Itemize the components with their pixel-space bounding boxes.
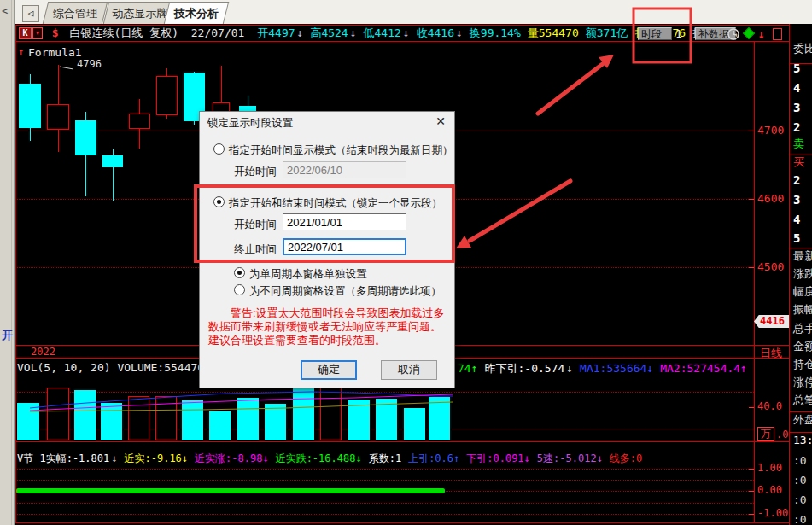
start-time-input-disabled <box>283 161 406 178</box>
right-panel-row: 2 <box>793 173 800 187</box>
right-panel-row: :0 <box>793 474 810 487</box>
right-panel-divider <box>790 432 812 433</box>
right-panel-row: 最新 <box>793 248 812 264</box>
close-icon[interactable]: ✕ <box>433 114 448 128</box>
cancel-button[interactable]: 取消 <box>381 360 437 380</box>
right-panel-divider <box>790 155 812 155</box>
axis-tick <box>749 491 754 492</box>
right-panel-row: 3 <box>793 193 800 207</box>
right-panel-row: 4 <box>793 213 800 226</box>
price-tick-label: 4500 <box>757 260 784 273</box>
start-time2-label: 开始时间 <box>234 218 277 232</box>
axis-tick <box>749 469 754 470</box>
indicator-tick-label: 1.00 <box>757 462 782 474</box>
ok-button[interactable]: 确定 <box>301 360 357 380</box>
right-panel-divider <box>790 63 812 64</box>
warning-text: 警告:设置太大范围时段会导致图表加载过多数据而带来刷新缓慢或者无法响应等严重问题… <box>208 306 450 347</box>
right-panel-row: 卖 <box>793 137 804 152</box>
right-panel-divider <box>790 411 812 412</box>
scope2-radio[interactable] <box>234 284 245 295</box>
last-price-tag: 4416 <box>754 315 789 328</box>
right-panel-divider <box>790 248 812 248</box>
price-tick-label: 4700 <box>757 124 784 137</box>
indicator-tick-label: 0.00 <box>757 484 782 496</box>
right-panel-row: :0 <box>793 493 810 506</box>
end-time-label: 终止时间 <box>234 242 277 257</box>
right-panel-row: 总笔 <box>793 393 812 408</box>
mode1-label: 指定开始时间显示模式（结束时段为最新日期） <box>229 143 453 158</box>
right-panel-row: 委比 <box>793 41 812 56</box>
right-panel-row: 2 <box>793 120 800 134</box>
axis-tick <box>749 407 754 408</box>
price-tick-label: 4600 <box>757 192 784 205</box>
right-panel-row: 13:3 <box>793 434 812 446</box>
right-panel-row: :0 <box>793 513 810 525</box>
right-panel-row: 幅度 <box>793 284 812 300</box>
scope1-radio[interactable] <box>234 267 245 278</box>
indicator-tick-label: -1.00 <box>757 507 788 519</box>
right-panel-row: 3 <box>793 101 800 114</box>
start-time-label: 开始时间 <box>234 165 277 179</box>
right-panel: 委比5432卖买2345最新涨跌幅度振幅总手金额持仓涨停总笔外盘13:3:0:0… <box>790 24 812 525</box>
mode2-label: 指定开始和结束时间模式（锁定一个显示段） <box>229 196 442 211</box>
mode2-radio[interactable] <box>213 196 225 207</box>
lock-display-period-dialog: 锁定显示时段设置 ✕ 指定开始时间显示模式（结束时段为最新日期） 开始时间 指定… <box>199 111 455 388</box>
start-time-input[interactable] <box>283 213 406 230</box>
right-panel-row: 涨跌 <box>793 266 812 282</box>
right-panel-row: 外盘 <box>793 412 812 428</box>
scope2-label: 为不同周期窗格设置（多周期请选此项） <box>249 284 441 299</box>
axis-tick <box>749 199 754 200</box>
right-panel-row: 4 <box>793 81 800 95</box>
right-panel-row: 买 <box>793 155 804 170</box>
mode1-radio[interactable] <box>213 143 225 155</box>
axis-tick <box>749 131 754 131</box>
axis-tick <box>749 514 754 515</box>
right-panel-row: :0 <box>793 454 810 467</box>
volume-tick-label: 40.0 <box>757 400 782 412</box>
scope1-label: 为单周期本窗格单独设置 <box>249 267 367 282</box>
right-panel-row: 总手 <box>793 321 812 336</box>
right-panel-row: 持仓 <box>793 357 812 372</box>
end-time-input[interactable] <box>283 238 406 255</box>
right-panel-row: 涨停 <box>793 375 812 390</box>
axis-tick <box>749 267 754 268</box>
dialog-title: 锁定显示时段设置 <box>207 116 293 131</box>
right-panel-row: 振幅 <box>793 302 812 318</box>
right-panel-row: 金额 <box>793 339 812 354</box>
right-panel-row: 5 <box>793 231 800 245</box>
